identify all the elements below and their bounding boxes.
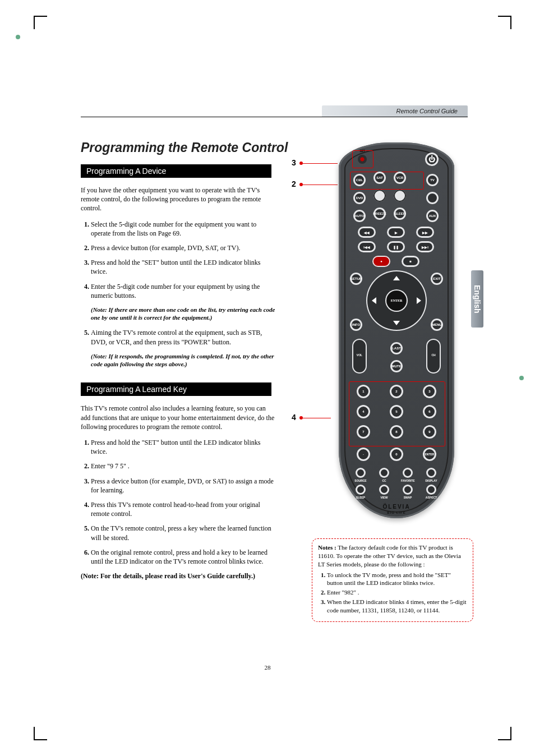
btn-play: ▶	[387, 227, 405, 238]
num-9: 9	[423, 425, 436, 439]
s2-step3: Press a device button (for example, DVD,…	[91, 477, 277, 495]
notes-box: Notes : The factory default code for thi…	[312, 538, 473, 622]
registration-dot-left	[16, 35, 20, 39]
notes-intro: The factory default code for this TV pro…	[318, 544, 461, 568]
s1-note-after-5: (Note: If it responds, the programming i…	[91, 352, 277, 368]
btn-mute: MUTE	[390, 360, 403, 372]
lbl-view: VIEW	[377, 496, 391, 499]
lbl-swap: SWAP	[401, 496, 414, 499]
fn-swap	[403, 485, 413, 495]
vol-label: VOL	[353, 353, 366, 357]
header-rule	[81, 117, 468, 117]
section2-steps: Press and hold the "SET" button until th…	[81, 438, 277, 566]
btn-menu: MENU	[431, 319, 443, 331]
lbl-display: DISPLAY	[425, 479, 438, 482]
fn-aspect	[426, 485, 436, 495]
crop-mark-bl	[34, 727, 47, 740]
num-2: 2	[390, 385, 403, 398]
btn-pause: ❚❚	[387, 241, 405, 252]
fn-source	[356, 468, 366, 478]
s2-step1: Press and hold the "SET" button until th…	[91, 438, 277, 456]
btn-auto: AUTO	[353, 210, 366, 222]
notes-step2: Enter "982" .	[327, 588, 467, 597]
s1-step3: Press and hold the "SET" button until th…	[91, 258, 277, 276]
btn-blank1	[373, 190, 386, 202]
s2-step6: On the original remote control, press an…	[91, 548, 277, 566]
btn-cbl: CBL	[353, 174, 366, 186]
btn-rec: ●	[372, 256, 390, 267]
fn-cc	[379, 468, 389, 478]
s2-step4: Press this TV's remote control head-to-h…	[91, 500, 277, 518]
s1-step1: Select the 5-digit code number for the e…	[91, 220, 277, 238]
s1-step5: Aiming the TV's remote control at the eq…	[91, 328, 277, 346]
btn-freeze: FREEZE	[373, 208, 386, 220]
fn-favorite	[403, 468, 413, 478]
fn-display	[426, 468, 436, 478]
btn-rew: ◀◀	[358, 227, 376, 238]
fn-view	[379, 485, 389, 495]
btn-blank3	[426, 192, 439, 204]
highlight-set	[352, 150, 373, 168]
btn-vcr: VCR	[394, 172, 406, 184]
num-7: 7	[357, 425, 370, 439]
btn-aux: AUX	[426, 210, 439, 222]
section-heading-device: Programming A Device	[81, 164, 271, 178]
btn-exit: EXIT	[431, 273, 443, 285]
section-heading-learned: Programming A Learned Key	[81, 382, 271, 396]
section1-steps-cont: Aiming the TV's remote control at the eq…	[81, 328, 277, 346]
num-1: 1	[357, 385, 370, 398]
lbl-aspect: ASPECT	[425, 496, 438, 499]
brand: ÖLEVIA BIG LIFE	[339, 504, 454, 514]
num-enter: ENTER	[423, 448, 436, 461]
dpad: ENTER	[366, 270, 427, 331]
crop-mark-tl	[34, 16, 47, 29]
section1-intro: If you have the other equipment you want…	[81, 186, 277, 213]
num-dash: -	[357, 448, 370, 461]
remote-illustration: SET ⏻ CBL SAT VCR TV DVD AUTO FREEZE SLE…	[314, 142, 454, 518]
btn-info: INFO	[350, 319, 362, 331]
section1-steps: Select the 5-digit code number for the e…	[81, 220, 277, 300]
num-0: 0	[390, 448, 403, 461]
s2-step2: Enter "9 7 5" .	[91, 462, 277, 471]
btn-last: LAST	[390, 342, 403, 354]
notes-step3: When the LED indicator blinks 4 times, e…	[327, 598, 467, 615]
notes-step1: To unlock the TV mode, press and hold th…	[327, 571, 467, 588]
crop-mark-br	[498, 727, 511, 740]
btn-next: ▶▶I	[416, 241, 434, 252]
s1-step2: Press a device button (for example, DVD,…	[91, 243, 277, 252]
btn-sleep: SLEEP	[394, 208, 406, 220]
lbl-favorite: FAVORITE	[401, 479, 414, 482]
s2-final-note: (Note: For the details, please read its …	[81, 571, 277, 580]
btn-sat: SAT	[373, 172, 386, 184]
num-3: 3	[423, 385, 436, 398]
btn-setup: SETUP	[350, 273, 362, 285]
fn-sleep2	[356, 485, 366, 495]
notes-heading: Notes :	[318, 544, 336, 551]
page-number: 28	[0, 664, 535, 671]
btn-dvd: DVD	[353, 192, 366, 204]
header-label: Remote Control Guide	[396, 108, 458, 114]
s1-note-after-4: (Note: If there are more than one code o…	[91, 306, 277, 322]
s1-step4: Enter the 5-digit code number for your e…	[91, 282, 277, 300]
lbl-source: SOURCE	[354, 479, 367, 482]
ch-label: CH	[427, 353, 440, 357]
num-4: 4	[357, 405, 370, 418]
btn-enter: ENTER	[386, 291, 407, 311]
section2-intro: This TV's remote control also includes a…	[81, 404, 277, 431]
crop-mark-tr	[498, 16, 511, 29]
btn-blank2	[394, 190, 406, 202]
lbl-sleep: SLEEP	[354, 496, 367, 499]
registration-dot-right	[519, 376, 524, 380]
num-6: 6	[423, 405, 436, 418]
lbl-cc: CC	[377, 479, 391, 482]
num-8: 8	[390, 425, 403, 439]
btn-tv: TV	[426, 174, 439, 186]
btn-ff: ▶▶	[416, 227, 434, 238]
power-button: ⏻	[425, 153, 439, 166]
num-5: 5	[390, 405, 403, 418]
btn-prev: I◀◀	[358, 241, 376, 252]
btn-stop: ■	[402, 256, 419, 267]
s2-step5: On the TV's remote control, press a key …	[91, 524, 277, 542]
